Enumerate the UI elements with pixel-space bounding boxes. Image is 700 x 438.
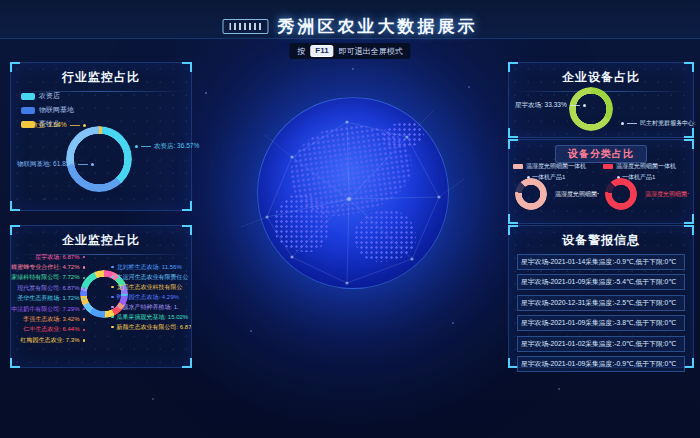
fullscreen-tip-prefix: 按 <box>297 46 305 57</box>
monitor-labels-right: 北刘桥生态农场: 11.56% 大运河生态农业有限责任公 龙门生态农业科技有限公… <box>111 262 191 332</box>
leader-dot <box>111 306 114 309</box>
legend-item[interactable]: 物联网基地 <box>21 105 74 115</box>
callout-text: 畜牧业: 1.64% <box>25 121 67 130</box>
page-title: 秀洲区农业大数据展示 <box>278 15 478 38</box>
leader-dot <box>111 326 114 329</box>
category-donut-chart[interactable] <box>605 178 637 210</box>
leader-dot <box>111 296 114 299</box>
corner-decoration <box>508 62 518 72</box>
category-chart-group: 温湿度光照细菌一体机 一体机产品1 温湿度光照细菌一 <box>603 162 689 220</box>
monitor-labels-left: 星宇农场: 6.87% 彩蝶蜜蜂专业合作社: 4.72% 家绿科特有限公司: 7… <box>11 252 85 346</box>
corner-decoration <box>10 358 20 368</box>
chart-callout: 畜牧业: 1.64% <box>25 121 86 130</box>
dashboard-stage: 秀洲区农业大数据展示 按 F11 即可退出全屏模式 行业监控占比 农资店 物联网… <box>0 0 700 438</box>
leader-dot <box>91 163 94 166</box>
legend-item[interactable]: 温湿度光照细菌一体机 <box>513 162 599 171</box>
legend-swatch <box>21 93 35 100</box>
panel-title: 行业监控占比 <box>11 69 191 86</box>
leader-dot <box>583 104 586 107</box>
corner-decoration <box>182 62 192 72</box>
alarm-row: 星宇农场-2021-01-02采集温度:-2.0℃,低于下限:0℃ <box>517 336 685 352</box>
panel-enterprise-monitor-ratio: 企业监控占比 星宇农场: 6.87% 彩蝶蜜蜂专业合作社: 4.72% 家绿科特… <box>10 225 192 368</box>
leader-dot <box>111 316 114 319</box>
leader-dot <box>621 122 624 125</box>
leader-dot <box>83 266 86 269</box>
leader-dot <box>83 329 86 332</box>
corner-decoration <box>182 358 192 368</box>
industry-donut-chart[interactable] <box>66 126 132 192</box>
corner-decoration <box>508 139 518 149</box>
alarm-row: 星宇农场-2020-12-31采集温度:-2.5℃,低于下限:0℃ <box>517 295 685 311</box>
chart-callout: 大运河生态农业有限责任公 <box>111 272 191 282</box>
alarm-row: 星宇农场-2021-01-09采集温度:-0.9℃,低于下限:0℃ <box>517 356 685 372</box>
chart-callout: 家绿科特有限公司: 7.72% <box>11 273 85 283</box>
corner-decoration <box>684 128 694 138</box>
title-wrap: 秀洲区农业大数据展示 <box>223 15 478 38</box>
corner-decoration <box>508 128 518 138</box>
chart-callout: 丰源水产特种养殖场: 1. <box>111 302 191 312</box>
legend-item[interactable]: 农资店 <box>21 91 74 101</box>
corner-decoration <box>182 201 192 211</box>
callout-text: 物联网基地: 61.85% <box>17 160 75 169</box>
panel-device-category-ratio: 设备分类占比 温湿度光照细菌一体机 一体机产品1 温湿度光照细菌一 温湿度光照细… <box>508 139 694 224</box>
chart-callout: 温湿度光照细菌一 <box>551 190 599 199</box>
chart-callout: 物联网基地: 61.85% <box>17 160 94 169</box>
panel-device-alarms: 设备警报信息 星宇农场-2021-01-14采集温度:-0.9℃,低于下限:0℃… <box>508 225 694 368</box>
leader-dot <box>83 287 86 290</box>
globe-network-mesh <box>237 77 467 307</box>
chart-callout: 农资店: 36.57% <box>135 142 199 151</box>
leader-line <box>141 146 151 147</box>
corner-decoration <box>684 139 694 149</box>
legend-label: 农资店 <box>39 91 60 101</box>
leader-line <box>627 123 637 124</box>
chart-callout: 圣华生态养殖场: 1.72% <box>11 294 85 304</box>
globe-visualization <box>237 77 467 307</box>
leader-dot <box>83 124 86 127</box>
chart-callout: 新颜生态农业有限公司: 6.87% <box>111 322 191 332</box>
alarm-row: 星宇农场-2021-01-14采集温度:-0.9℃,低于下限:0℃ <box>517 254 685 270</box>
legend-swatch <box>21 107 35 114</box>
leader-dot <box>111 276 114 279</box>
fullscreen-tip-suffix: 即可退出全屏模式 <box>339 46 403 57</box>
legend-label: 温湿度光照细菌一体机 <box>526 162 586 171</box>
chart-callout: 北刘桥生态农场: 11.56% <box>111 262 191 272</box>
corner-decoration <box>684 225 694 235</box>
panel-title: 企业监控占比 <box>11 232 191 249</box>
panel-industry-ratio: 行业监控占比 农资店 物联网基地 畜牧业 畜牧业: 1.64% <box>10 62 192 211</box>
chart-callout: 温湿度光照细菌一 <box>641 190 689 199</box>
alarm-row: 星宇农场-2021-01-09采集温度:-5.4℃,低于下限:0℃ <box>517 274 685 290</box>
category-donut-chart[interactable] <box>515 178 547 210</box>
corner-decoration <box>10 225 20 235</box>
corner-decoration <box>10 62 20 72</box>
leader-dot <box>111 286 114 289</box>
legend-label: 物联网基地 <box>39 105 74 115</box>
chart-callout: 红梅园生态农业: 7.3% <box>11 335 85 345</box>
chart-callout: 李强生态农场: 3.42% <box>11 314 85 324</box>
legend-item[interactable]: 温湿度光照细菌一体机 <box>603 162 689 171</box>
f11-key-badge: F11 <box>310 45 333 57</box>
chart-callout: 星宇农场: 33.33% <box>515 101 586 110</box>
leader-line <box>570 105 580 106</box>
panel-title: 设备分类占比 <box>555 145 647 163</box>
legend-swatch <box>513 164 523 169</box>
chart-callout: 现代发有限公司: 6.87% <box>11 283 85 293</box>
leader-line <box>78 164 88 165</box>
leader-dot <box>111 266 114 269</box>
panel-title: 设备警报信息 <box>509 232 693 249</box>
alarm-list: 星宇农场-2021-01-14采集温度:-0.9℃,低于下限:0℃ 星宇农场-2… <box>517 254 685 372</box>
leader-dot <box>83 277 86 280</box>
alarm-row: 星宇农场-2021-01-09采集温度:-3.8℃,低于下限:0℃ <box>517 315 685 331</box>
chart-callout: 龙门生态农业科技有限公 <box>111 282 191 292</box>
legend-swatch <box>603 164 613 169</box>
chart-callout: 鸭绿园生态农场: 4.29% <box>111 292 191 302</box>
chart-callout: 星宇农场: 6.87% <box>11 252 85 262</box>
corner-decoration <box>10 201 20 211</box>
brand-logo-icon <box>223 19 269 34</box>
panel-enterprise-device-ratio: 企业设备占比 星宇农场: 33.33% 民主村党群服务中心: <box>508 62 694 138</box>
corner-decoration <box>684 62 694 72</box>
leader-dot <box>83 339 86 342</box>
leader-line <box>70 125 80 126</box>
leader-dot <box>135 145 138 148</box>
fullscreen-tip: 按 F11 即可退出全屏模式 <box>289 43 410 59</box>
category-chart-group: 温湿度光照细菌一体机 一体机产品1 温湿度光照细菌一 <box>513 162 599 220</box>
